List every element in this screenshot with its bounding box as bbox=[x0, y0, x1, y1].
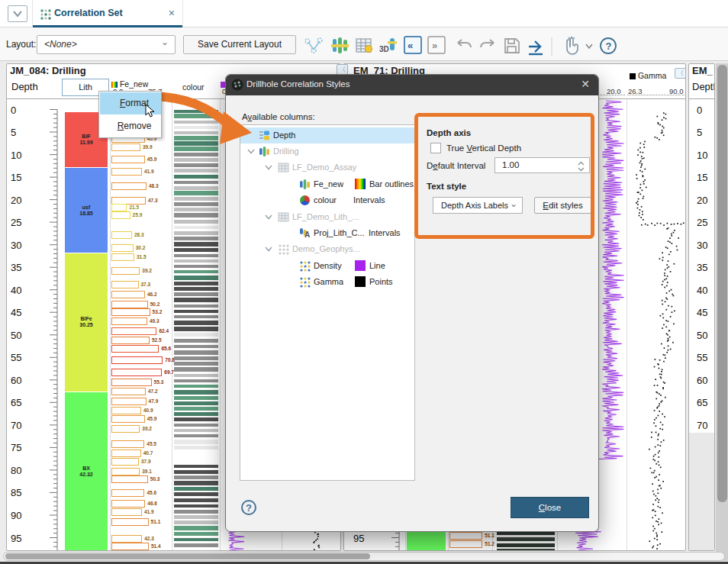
dialog-help-button[interactable]: ? bbox=[241, 500, 256, 515]
tab-correlation-set[interactable]: Correlation Set × bbox=[32, 0, 183, 27]
assay-bar bbox=[111, 267, 140, 275]
tree-row[interactable]: Drilling bbox=[240, 143, 414, 160]
colour-stripe bbox=[174, 543, 218, 548]
save-icon[interactable] bbox=[502, 36, 523, 56]
tree-row-label: Depth bbox=[273, 131, 295, 140]
assay-bar-label: 41.9 bbox=[144, 509, 154, 514]
colour-stripe bbox=[174, 379, 218, 383]
assay-bar bbox=[111, 379, 152, 386]
chevron-down-icon[interactable] bbox=[265, 214, 272, 220]
horizontal-scrollbar-thumb[interactable] bbox=[5, 553, 370, 559]
table-icon bbox=[278, 162, 290, 173]
assay-bar bbox=[111, 518, 149, 526]
depth-icon bbox=[259, 130, 271, 141]
colour-stripe bbox=[174, 270, 218, 274]
tree-row[interactable]: Depth bbox=[240, 127, 414, 143]
tree-row[interactable]: LF_Demo_Lith_... bbox=[240, 209, 414, 225]
assay-bar bbox=[111, 337, 150, 344]
assay-bar-label: 51.2 bbox=[485, 541, 494, 546]
expand-all-button[interactable]: » bbox=[427, 36, 449, 56]
tree-row[interactable]: Fe_newBar outlines bbox=[240, 176, 414, 192]
colour-stripe bbox=[174, 163, 218, 167]
assay-bar bbox=[111, 543, 149, 550]
dialog-close-icon[interactable]: ✕ bbox=[581, 78, 590, 90]
assay-bar-label: 47.3 bbox=[148, 198, 158, 203]
tree-row[interactable]: Demo_Geophys... bbox=[240, 241, 414, 257]
help-icon[interactable]: ? bbox=[598, 36, 620, 56]
collapse-pane-button[interactable]: 〈 bbox=[675, 68, 686, 79]
svg-text:A: A bbox=[304, 230, 310, 239]
assay-bar bbox=[111, 211, 130, 219]
assay-bar-label: 69.7 bbox=[164, 369, 174, 375]
assay-bar-label: 37.9 bbox=[141, 459, 151, 464]
assay-bar-label: 45.9 bbox=[147, 416, 157, 421]
tab-close-icon[interactable]: × bbox=[169, 7, 175, 19]
tree-row[interactable]: DensityLine bbox=[240, 258, 414, 274]
assay-bar bbox=[111, 327, 156, 335]
colour-stripe bbox=[174, 396, 218, 400]
touch-select-icon[interactable] bbox=[562, 36, 583, 56]
collapse-all-button[interactable]: « bbox=[404, 36, 425, 56]
save-current-layout-button[interactable]: Save Current Layout bbox=[183, 35, 296, 54]
svg-text:»: » bbox=[432, 40, 437, 51]
assay-bar bbox=[111, 388, 146, 395]
redo-icon[interactable] bbox=[478, 36, 499, 56]
layout-select[interactable]: <None> ⌄ bbox=[37, 35, 176, 54]
assay-bar bbox=[111, 244, 134, 252]
layout-label: Layout: bbox=[6, 39, 36, 50]
colour-stripe bbox=[174, 339, 218, 343]
drillhole-3d-icon[interactable]: 3D bbox=[378, 36, 400, 56]
dots-icon bbox=[278, 243, 290, 255]
tree-row-style-label: Bar outlines bbox=[369, 179, 414, 189]
vertical-scrollbar[interactable] bbox=[716, 63, 728, 561]
dialog-title-bar[interactable]: Drillhole Correlation Styles ✕ bbox=[226, 75, 598, 95]
assay-bar bbox=[111, 253, 134, 261]
tree-row-label: Proj_Lith_C... bbox=[314, 228, 365, 237]
tree-row-label: Drilling bbox=[273, 147, 299, 156]
colour-stripe bbox=[174, 208, 218, 211]
colour-stripe bbox=[174, 465, 218, 469]
tree-row[interactable]: colourIntervals bbox=[240, 192, 414, 208]
colour-stripe bbox=[174, 248, 218, 252]
assay-bar-label: 46.6 bbox=[147, 501, 157, 506]
drillholes-icon[interactable] bbox=[330, 36, 351, 56]
close-button[interactable]: Close bbox=[511, 497, 589, 518]
dialog-title: Drillhole Correlation Styles bbox=[246, 79, 350, 89]
vertical-scrollbar-thumb[interactable] bbox=[717, 65, 727, 502]
colour-stripe bbox=[174, 121, 218, 124]
tree-row[interactable]: AProj_Lith_C...Intervals bbox=[240, 225, 414, 241]
assay-bar-label: 45.5 bbox=[147, 441, 156, 446]
collapse-pane-button[interactable]: 〈 bbox=[337, 64, 348, 75]
colour-stripe bbox=[174, 136, 218, 140]
assay-bar-label: 37.3 bbox=[141, 282, 151, 287]
purple-swatch-icon bbox=[355, 260, 366, 272]
colour-stripe bbox=[174, 385, 218, 388]
correlation-network-icon[interactable] bbox=[304, 36, 325, 56]
assay-bar-label: 50.2 bbox=[150, 301, 160, 307]
assay-bar bbox=[111, 500, 145, 508]
black-swatch-icon bbox=[355, 276, 366, 288]
tree-row-style-label: Line bbox=[369, 261, 385, 270]
table-lightbulb-icon[interactable] bbox=[354, 36, 375, 56]
colour-stripe bbox=[174, 213, 218, 218]
colour-stripe bbox=[174, 110, 218, 114]
chevron-down-icon[interactable] bbox=[265, 165, 272, 170]
undo-icon[interactable] bbox=[453, 36, 475, 56]
tree-row[interactable]: LF_Demo_Assay bbox=[240, 160, 414, 176]
tab-list-menu-button[interactable] bbox=[8, 5, 27, 22]
dialog-app-icon bbox=[231, 79, 243, 91]
correlation-set-icon bbox=[40, 8, 52, 21]
colour-stripe bbox=[497, 537, 555, 541]
colour-stripe bbox=[174, 492, 218, 496]
assay-bar bbox=[111, 535, 142, 543]
colour-stripe bbox=[174, 350, 218, 355]
horizontal-scrollbar[interactable] bbox=[3, 552, 725, 561]
chevron-down-icon[interactable] bbox=[265, 247, 272, 252]
export-icon[interactable] bbox=[525, 36, 546, 56]
layout-select-value: <None> bbox=[44, 39, 77, 50]
chevron-down-icon[interactable] bbox=[247, 149, 255, 154]
colour-stripe bbox=[174, 175, 218, 179]
svg-text:«: « bbox=[407, 40, 413, 51]
assay-bar bbox=[111, 450, 141, 457]
tree-row[interactable]: GammaPoints bbox=[240, 274, 414, 290]
